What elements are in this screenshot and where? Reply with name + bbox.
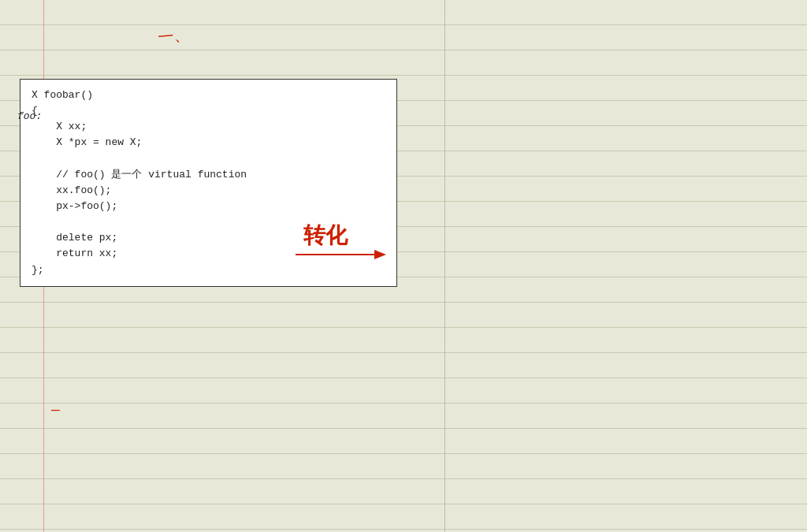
arrow-svg [296,243,390,266]
transform-arrow: 转化 [303,221,398,268]
left-panel: 一、 foo: X foobar() { X xx; X *px = new X… [0,0,445,532]
svg-marker-1 [374,250,386,259]
dash-bottom: — [51,402,60,418]
annotation-yi: 一、 [157,24,190,47]
label-foo: foo: [17,110,42,122]
